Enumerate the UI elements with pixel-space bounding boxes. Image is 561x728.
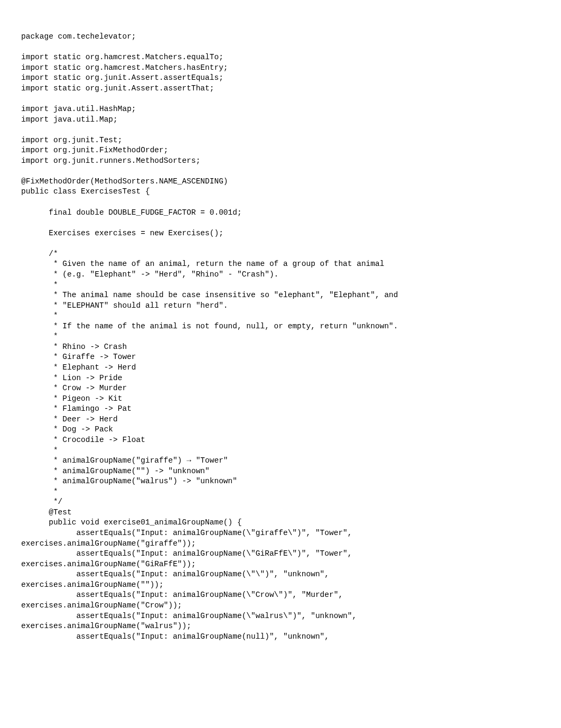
code-document: package com.techelevator; import static …	[0, 0, 561, 728]
code-text: package com.techelevator; import static …	[21, 32, 398, 641]
